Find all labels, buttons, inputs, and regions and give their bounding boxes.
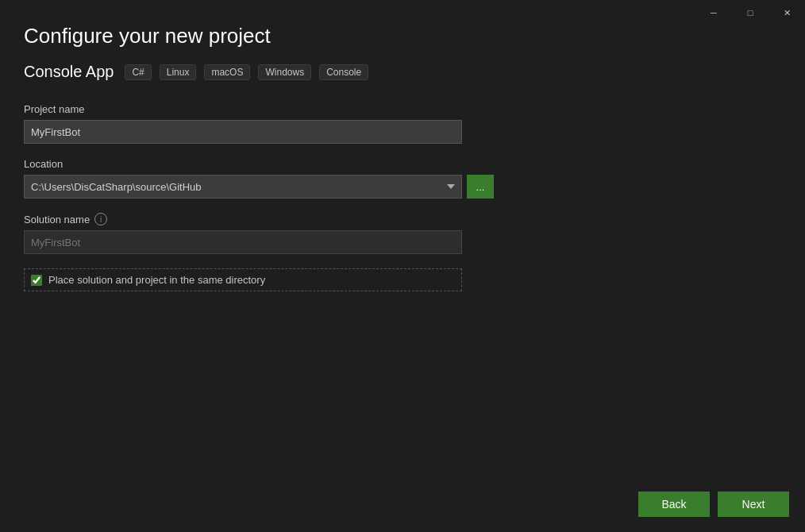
- page-title: Configure your new project: [24, 24, 781, 48]
- browse-button[interactable]: ...: [467, 175, 494, 199]
- project-name-label: Project name: [24, 103, 781, 115]
- maximize-button[interactable]: □: [732, 0, 768, 25]
- solution-name-label: Solution name: [24, 214, 90, 226]
- same-directory-label[interactable]: Place solution and project in the same d…: [48, 274, 265, 286]
- tag-windows: Windows: [258, 64, 311, 80]
- minimize-button[interactable]: ─: [695, 0, 732, 25]
- info-icon: i: [94, 213, 107, 226]
- location-select[interactable]: C:\Users\DisCatSharp\source\GitHub: [24, 175, 462, 199]
- same-directory-checkbox-row[interactable]: Place solution and project in the same d…: [24, 268, 462, 291]
- main-content: Configure your new project Console App C…: [0, 0, 805, 532]
- solution-name-section: Solution name i: [24, 213, 781, 254]
- project-name-section: Project name: [24, 103, 781, 144]
- back-button[interactable]: Back: [638, 492, 710, 517]
- same-directory-checkbox[interactable]: [31, 275, 42, 286]
- solution-name-input[interactable]: [24, 230, 462, 254]
- tag-console: Console: [319, 64, 368, 80]
- next-button[interactable]: Next: [718, 492, 789, 517]
- solution-label-row: Solution name i: [24, 213, 781, 226]
- tag-macos: macOS: [204, 64, 250, 80]
- title-bar: ─ □ ✕: [695, 0, 805, 25]
- tag-csharp: C#: [125, 64, 151, 80]
- footer: Back Next: [0, 476, 805, 532]
- close-button[interactable]: ✕: [768, 0, 805, 25]
- location-row: C:\Users\DisCatSharp\source\GitHub ...: [24, 175, 781, 199]
- tag-linux: Linux: [160, 64, 197, 80]
- project-name-input[interactable]: [24, 120, 462, 144]
- location-label: Location: [24, 158, 781, 170]
- app-header: Console App C# Linux macOS Windows Conso…: [24, 63, 781, 81]
- app-name: Console App: [24, 63, 114, 81]
- location-section: Location C:\Users\DisCatSharp\source\Git…: [24, 158, 781, 199]
